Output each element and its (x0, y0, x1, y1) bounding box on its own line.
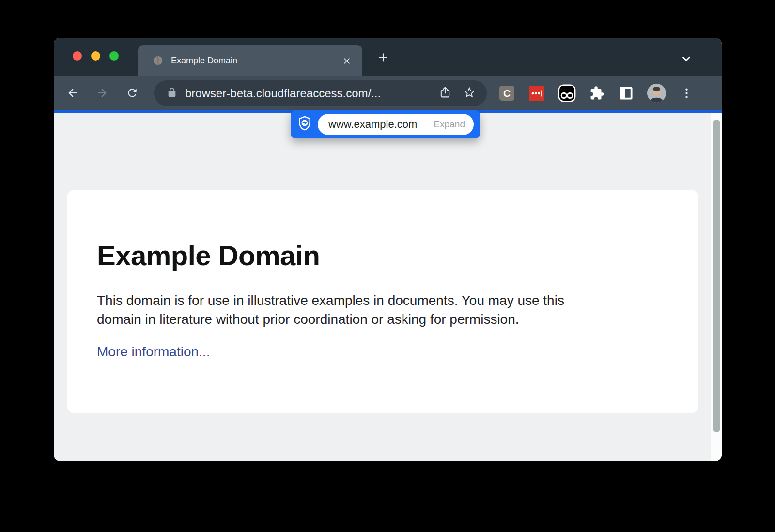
chevron-down-icon[interactable] (680, 52, 693, 67)
goggles-extension-icon[interactable] (558, 84, 576, 102)
scrollbar-thumb[interactable] (713, 120, 720, 432)
page-title: Example Domain (97, 239, 698, 272)
address-bar-url[interactable]: browser-beta.cloudflareaccess.com/... (185, 87, 438, 100)
share-icon[interactable] (438, 86, 452, 101)
browser-window: Example Domain (54, 38, 722, 461)
traffic-lights (73, 51, 119, 61)
forward-icon[interactable] (96, 87, 108, 101)
side-panel-icon[interactable] (619, 86, 633, 100)
extensions-puzzle-icon[interactable] (589, 86, 604, 101)
tab-title: Example Domain (171, 45, 237, 76)
password-manager-extension-icon[interactable] (529, 86, 544, 101)
globe-favicon-icon (153, 55, 163, 68)
tab-example-domain[interactable]: Example Domain (138, 45, 362, 76)
tab-close-icon[interactable] (342, 56, 352, 68)
close-window-button[interactable] (73, 51, 82, 61)
profile-avatar[interactable] (647, 84, 666, 103)
toolbar: browser-beta.cloudflareaccess.com/... C (54, 76, 722, 110)
paragraph-line: This domain is for use in illustrative e… (97, 291, 698, 310)
isolation-url-banner[interactable]: www.example.com Expand (291, 110, 480, 138)
new-tab-button[interactable] (377, 51, 389, 66)
tab-strip: Example Domain (54, 38, 722, 76)
address-bar[interactable]: browser-beta.cloudflareaccess.com/... (154, 80, 487, 106)
page-paragraph: This domain is for use in illustrative e… (97, 291, 698, 329)
reload-icon[interactable] (126, 87, 139, 101)
more-information-link[interactable]: More information... (97, 344, 210, 360)
zoom-window-button[interactable] (109, 51, 119, 61)
lock-icon[interactable] (167, 87, 177, 100)
isolated-hostname: www.example.com (328, 118, 417, 131)
content-card: Example Domain This domain is for use in… (67, 190, 698, 413)
screenshot-background: Example Domain (0, 0, 775, 532)
shield-arrow-icon (296, 115, 313, 134)
page-content: www.example.com Expand Example Domain Th… (54, 113, 722, 461)
extension-c-icon[interactable]: C (499, 86, 514, 101)
paragraph-line: domain in literature without prior coord… (97, 310, 698, 329)
bookmark-star-icon[interactable] (463, 86, 476, 101)
expand-button[interactable]: Expand (434, 119, 465, 130)
isolation-url-pill[interactable]: www.example.com Expand (318, 114, 474, 135)
minimize-window-button[interactable] (91, 51, 100, 61)
back-icon[interactable] (66, 87, 79, 101)
browser-menu-button[interactable] (680, 87, 693, 100)
scrollbar-track[interactable] (711, 113, 722, 461)
